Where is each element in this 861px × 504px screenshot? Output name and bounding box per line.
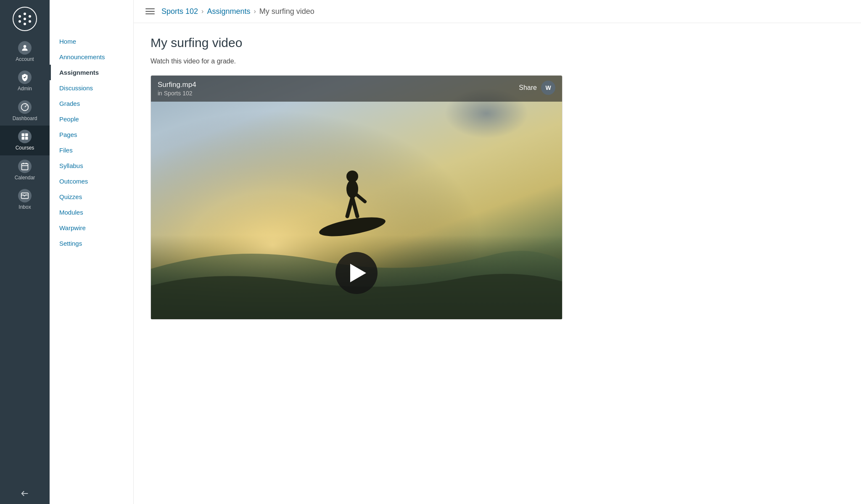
play-circle[interactable] (335, 252, 378, 294)
breadcrumb-section-link[interactable]: Assignments (207, 7, 250, 16)
breadcrumb: Sports 102 › Assignments › My surfing vi… (161, 7, 314, 16)
sidebar-item-modules[interactable]: Modules (50, 205, 133, 220)
inbox-icon (18, 189, 32, 202)
person-icon (18, 41, 32, 55)
collapse-nav-button[interactable] (0, 483, 50, 504)
sidebar-item-account[interactable]: Account (0, 37, 50, 66)
video-player-container: Surfing.mp4 in Sports 102 Share W (151, 75, 563, 320)
warpwire-logo: W (541, 81, 555, 95)
video-thumbnail (151, 76, 562, 319)
sidebar-item-calendar[interactable]: Calendar (0, 155, 50, 185)
svg-rect-14 (22, 163, 28, 170)
svg-rect-10 (22, 134, 25, 136)
svg-rect-12 (22, 137, 25, 140)
breadcrumb-separator-1: › (201, 8, 203, 15)
svg-line-9 (25, 105, 26, 107)
surfer-silhouette (310, 134, 403, 260)
svg-point-4 (29, 15, 31, 18)
svg-line-25 (352, 197, 357, 216)
svg-point-7 (24, 45, 26, 48)
hamburger-line-2 (145, 11, 155, 12)
sidebar-item-admin[interactable]: Admin (0, 66, 50, 96)
sidebar-item-settings[interactable]: Settings (50, 236, 133, 251)
sidebar-item-syllabus[interactable]: Syllabus (50, 158, 133, 173)
inbox-label: Inbox (18, 204, 31, 210)
svg-point-2 (24, 23, 26, 25)
play-button-overlay[interactable] (335, 252, 378, 294)
breadcrumb-course-link[interactable]: Sports 102 (161, 7, 198, 16)
calendar-label: Calendar (15, 175, 35, 181)
account-label: Account (16, 56, 34, 62)
hamburger-line-3 (145, 13, 155, 14)
canvas-logo-icon (16, 10, 33, 27)
dashboard-label: Dashboard (13, 116, 37, 121)
video-header: Surfing.mp4 in Sports 102 Share W (151, 76, 562, 102)
sidebar-item-dashboard[interactable]: Dashboard (0, 96, 50, 126)
share-button[interactable]: Share (519, 84, 537, 92)
sidebar-item-pages[interactable]: Pages (50, 127, 133, 142)
svg-point-0 (24, 18, 26, 20)
sidebar-item-grades[interactable]: Grades (50, 96, 133, 111)
dashboard-icon (18, 100, 32, 114)
svg-point-5 (18, 20, 21, 23)
courses-label: Courses (16, 145, 34, 151)
video-header-right: Share W (519, 81, 555, 95)
sidebar-item-files[interactable]: Files (50, 142, 133, 158)
sidebar-item-quizzes[interactable]: Quizzes (50, 189, 133, 205)
app-logo[interactable] (10, 4, 40, 34)
video-filename: Surfing.mp4 (158, 81, 196, 89)
play-triangle-icon (350, 264, 366, 282)
menu-toggle-button[interactable] (144, 7, 156, 16)
svg-rect-11 (25, 134, 28, 136)
svg-point-3 (18, 15, 21, 18)
shield-icon (18, 71, 32, 84)
sidebar-item-courses[interactable]: Courses (0, 126, 50, 155)
courses-icon (18, 130, 32, 143)
course-sidebar: Home Announcements Assignments Discussio… (50, 0, 134, 504)
sidebar-item-warpwire[interactable]: Warpwire (50, 220, 133, 236)
breadcrumb-separator-2: › (254, 8, 256, 15)
svg-point-22 (346, 171, 358, 182)
sidebar-item-announcements[interactable]: Announcements (50, 49, 133, 65)
svg-rect-13 (25, 137, 28, 140)
sidebar-item-people[interactable]: People (50, 111, 133, 127)
sidebar-item-outcomes[interactable]: Outcomes (50, 173, 133, 189)
svg-point-20 (318, 213, 387, 240)
page-description: Watch this video for a grade. (151, 58, 844, 65)
sidebar-item-discussions[interactable]: Discussions (50, 80, 133, 96)
video-title-block: Surfing.mp4 in Sports 102 (158, 81, 196, 97)
sidebar-item-assignments[interactable]: Assignments (50, 65, 133, 80)
global-nav: Account Admin Dashboard Courses Calendar… (0, 0, 50, 504)
breadcrumb-current: My surfing video (259, 7, 314, 16)
svg-point-6 (29, 20, 31, 23)
video-course-label: in Sports 102 (158, 90, 196, 97)
sidebar-item-inbox[interactable]: Inbox (0, 185, 50, 214)
hamburger-line-1 (145, 8, 155, 9)
main-content: Sports 102 › Assignments › My surfing vi… (134, 0, 861, 504)
arrow-left-icon (20, 489, 29, 498)
sidebar-item-home[interactable]: Home (50, 34, 133, 49)
topbar: Sports 102 › Assignments › My surfing vi… (134, 0, 861, 23)
admin-label: Admin (18, 86, 32, 92)
page-body: My surfing video Watch this video for a … (134, 23, 861, 504)
svg-point-1 (24, 13, 26, 15)
calendar-icon (18, 160, 32, 173)
page-title: My surfing video (151, 36, 844, 50)
